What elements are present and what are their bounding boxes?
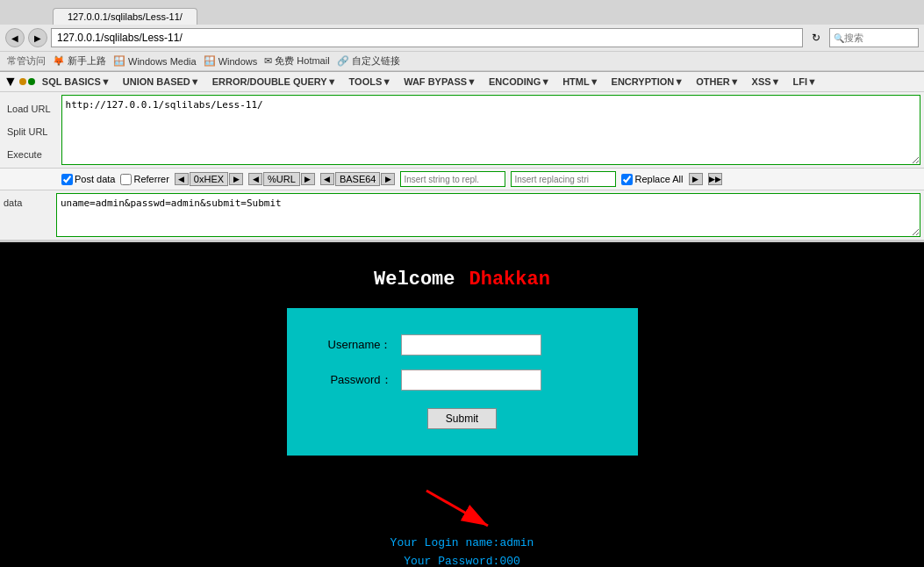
nav-waf-bypass[interactable]: WAF BYPASS▼ xyxy=(398,75,482,89)
xurl-group: ◀ %URL ▶ xyxy=(248,172,315,186)
bookmarks-bar: 常管访问 🦊 新手上路 🪟 Windows Media 🪟 Windows ✉ … xyxy=(0,52,924,71)
hackbar: ▼ SQL BASICS▼ UNION BASED▼ ERROR/DOUBLE … xyxy=(0,72,924,242)
nav-tools[interactable]: TOOLS▼ xyxy=(344,75,398,89)
browser-chrome: 127.0.0.1/sqlilabs/Less-11/ ◀ ▶ ↻ 🔍 常管访问… xyxy=(0,0,924,72)
referrer-checkbox-label[interactable]: Referrer xyxy=(120,174,168,185)
nav-encoding[interactable]: ENCODING▼ xyxy=(483,75,555,89)
base64-left-arrow[interactable]: ◀ xyxy=(320,173,334,185)
oxhex-group: ◀ 0xHEX ▶ xyxy=(175,172,243,186)
nav-encryption[interactable]: ENCRYPTION▼ xyxy=(606,75,690,89)
nav-error-double[interactable]: ERROR/DOUBLE QUERY▼ xyxy=(207,75,342,89)
login-form: Username： Password： Submit xyxy=(287,308,638,456)
tab-bar: 127.0.0.1/sqlilabs/Less-11/ xyxy=(0,0,924,25)
search-input[interactable] xyxy=(844,32,914,43)
split-url-label[interactable]: Split URL xyxy=(4,120,54,143)
nav-html[interactable]: HTML▼ xyxy=(557,75,604,89)
search-box: 🔍 xyxy=(829,28,919,47)
arrow-container xyxy=(409,482,514,535)
bookmarks-label: 常管访问 xyxy=(7,54,46,68)
data-textarea[interactable] xyxy=(56,193,920,237)
welcome-row: Welcome Dhakkan xyxy=(374,269,550,291)
hackbar-menu-arrow[interactable]: ▼ xyxy=(4,74,18,90)
hackbar-side-labels: Load URL Split URL Execute xyxy=(0,92,58,168)
url-section: Load URL Split URL Execute xyxy=(0,92,924,168)
username-input[interactable] xyxy=(401,334,541,355)
bookmark-custom[interactable]: 🔗 自定义链接 xyxy=(337,54,400,68)
oxhex-right-arrow[interactable]: ▶ xyxy=(229,173,243,185)
bookmark-windowsmedia[interactable]: 🪟 Windows Media xyxy=(113,55,197,67)
insert-replacing-input[interactable] xyxy=(511,171,616,187)
bookmark-xinshoulushang[interactable]: 🦊 新手上路 xyxy=(53,54,106,68)
data-section: data xyxy=(0,190,924,240)
bookmark-hotmail[interactable]: ✉ 免费 Hotmail xyxy=(264,54,329,68)
address-input[interactable] xyxy=(51,28,803,47)
result-line1: Your Login name:admin xyxy=(390,535,534,553)
replace-all-checkbox[interactable] xyxy=(621,174,633,185)
address-bar-row: ◀ ▶ ↻ 🔍 xyxy=(0,25,924,52)
search-icon: 🔍 xyxy=(834,33,844,43)
base64-label: BASE64 xyxy=(335,172,381,186)
replace-all-label[interactable]: Replace All xyxy=(621,174,683,185)
load-url-label[interactable]: Load URL xyxy=(4,94,54,120)
result-line2: Your Password:000 xyxy=(390,553,534,567)
active-tab[interactable]: 127.0.0.1/sqlilabs/Less-11/ xyxy=(53,8,197,25)
replace-all-right-arrow[interactable]: ▶ xyxy=(689,173,703,185)
password-label: Password： xyxy=(322,372,392,388)
execute-label[interactable]: Execute xyxy=(4,143,54,166)
bookmark-windows[interactable]: 🪟 Windows xyxy=(204,55,258,67)
insert-string-input[interactable] xyxy=(400,171,505,187)
hackbar-url-textarea[interactable] xyxy=(61,95,920,165)
xurl-right-arrow[interactable]: ▶ xyxy=(301,173,315,185)
result-text: Your Login name:admin Your Password:000 xyxy=(390,535,534,567)
data-label: data xyxy=(4,193,56,208)
xurl-label: %URL xyxy=(263,172,300,186)
forward-button[interactable]: ▶ xyxy=(28,28,47,47)
xurl-left-arrow[interactable]: ◀ xyxy=(248,173,262,185)
nav-sql-basics[interactable]: SQL BASICS▼ xyxy=(37,75,116,89)
base64-group: ◀ BASE64 ▶ xyxy=(320,172,396,186)
hackbar-tools-row: Post data Referrer ◀ 0xHEX ▶ ◀ %URL ▶ ◀ … xyxy=(0,168,924,190)
password-row: Password： xyxy=(322,370,603,391)
referrer-checkbox[interactable] xyxy=(120,174,132,185)
result-area: Your Login name:admin Your Password:000 xyxy=(390,482,534,567)
post-data-checkbox-label[interactable]: Post data xyxy=(61,174,115,185)
nav-lfi[interactable]: LFI▼ xyxy=(787,75,821,89)
hackbar-nav: ▼ SQL BASICS▼ UNION BASED▼ ERROR/DOUBLE … xyxy=(0,72,924,92)
post-data-label: Post data xyxy=(75,174,115,184)
welcome-text: Welcome xyxy=(374,269,455,291)
submit-button[interactable]: Submit xyxy=(427,408,497,429)
green-status-dot xyxy=(28,78,35,85)
username-row: Username： xyxy=(322,334,603,355)
main-content: Welcome Dhakkan Username： Password： Subm… xyxy=(0,242,924,567)
oxhex-left-arrow[interactable]: ◀ xyxy=(175,173,189,185)
yellow-status-dot xyxy=(19,78,26,85)
oxhex-label: 0xHEX xyxy=(190,172,228,186)
referrer-label: Referrer xyxy=(133,174,168,184)
replace-all-text: Replace All xyxy=(634,174,683,184)
post-data-checkbox[interactable] xyxy=(61,174,73,185)
extra-right-arrow[interactable]: ▶▶ xyxy=(708,173,722,185)
nav-xss[interactable]: XSS▼ xyxy=(747,75,786,89)
password-input[interactable] xyxy=(401,370,541,391)
base64-right-arrow[interactable]: ▶ xyxy=(381,173,395,185)
username-label: Username： xyxy=(322,337,392,353)
welcome-name: Dhakkan xyxy=(469,269,550,291)
arrow-svg xyxy=(409,482,514,535)
back-button[interactable]: ◀ xyxy=(5,28,25,47)
svg-line-1 xyxy=(426,491,488,526)
refresh-button[interactable]: ↻ xyxy=(806,28,826,47)
nav-union-based[interactable]: UNION BASED▼ xyxy=(118,75,205,89)
nav-other[interactable]: OTHER▼ xyxy=(691,75,744,89)
